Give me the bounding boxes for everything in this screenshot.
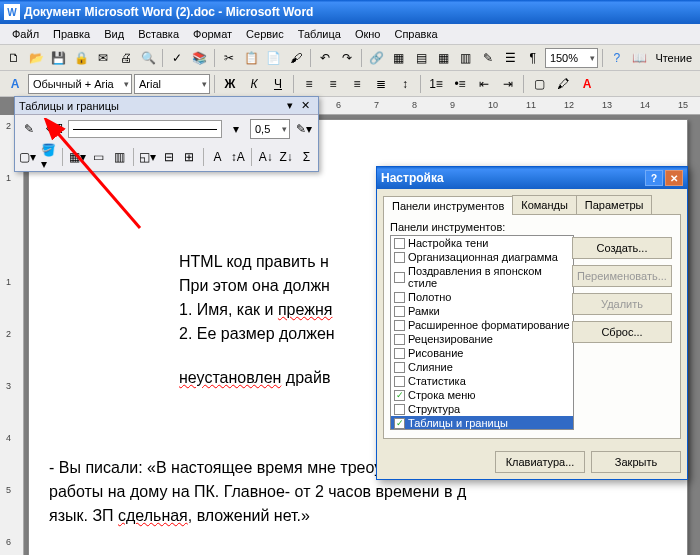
align-center-icon[interactable]: ≡ (322, 73, 344, 95)
outside-border-icon[interactable]: ▢▾ (18, 146, 37, 168)
redo-icon[interactable]: ↷ (337, 47, 357, 69)
help-icon[interactable]: ? (607, 47, 627, 69)
borders-icon[interactable]: ▢ (528, 73, 550, 95)
font-color-icon[interactable]: A (576, 73, 598, 95)
draw-table-icon[interactable]: ✎ (18, 118, 40, 140)
eraser-icon[interactable]: ⌫ (43, 118, 65, 140)
styles-icon[interactable]: A (4, 73, 26, 95)
create-button[interactable]: Создать... (572, 237, 672, 259)
insert-table-icon[interactable]: ▦▾ (68, 146, 87, 168)
cut-icon[interactable]: ✂ (219, 47, 239, 69)
list-item[interactable]: Организационная диаграмма (391, 250, 573, 264)
list-item[interactable]: Настройка тени (391, 236, 573, 250)
permission-icon[interactable]: 🔒 (71, 47, 91, 69)
checkbox-icon[interactable] (394, 320, 405, 331)
delete-button[interactable]: Удалить (572, 293, 672, 315)
align-right-icon[interactable]: ≡ (346, 73, 368, 95)
line-spacing-icon[interactable]: ↕ (394, 73, 416, 95)
mail-icon[interactable]: ✉ (93, 47, 113, 69)
checkbox-icon[interactable] (394, 292, 405, 303)
columns-icon[interactable]: ▥ (456, 47, 476, 69)
insert-table-icon[interactable]: ▤ (411, 47, 431, 69)
bullets-icon[interactable]: •≡ (449, 73, 471, 95)
checkbox-icon[interactable] (394, 306, 405, 317)
shading-color-icon[interactable]: 🪣▾ (40, 146, 57, 168)
bold-icon[interactable]: Ж (219, 73, 241, 95)
list-item[interactable]: Полотно (391, 290, 573, 304)
reading-icon[interactable]: 📖 (629, 47, 649, 69)
vertical-ruler[interactable]: 211234567 (0, 115, 24, 555)
list-item[interactable]: Рисование (391, 346, 573, 360)
showmarks-icon[interactable]: ¶ (523, 47, 543, 69)
list-item[interactable]: Расширенное форматирование (391, 318, 573, 332)
list-item[interactable]: Структура (391, 402, 573, 416)
list-item[interactable]: Слияние (391, 360, 573, 374)
list-item[interactable]: Статистика (391, 374, 573, 388)
checkbox-icon[interactable] (394, 362, 405, 373)
distribute-cols-icon[interactable]: ⊞ (181, 146, 198, 168)
close-button[interactable]: Закрыть (591, 451, 681, 473)
reading-label[interactable]: Чтение (651, 52, 696, 64)
checkbox-icon[interactable] (394, 348, 405, 359)
outdent-icon[interactable]: ⇤ (473, 73, 495, 95)
list-item[interactable]: ✓Таблицы и границы (391, 416, 573, 430)
line-weight-combo[interactable]: 0,5 (250, 119, 290, 139)
numbering-icon[interactable]: 1≡ (425, 73, 447, 95)
checkbox-icon[interactable] (394, 238, 405, 249)
font-combo[interactable]: Arial (134, 74, 210, 94)
menu-file[interactable]: Файл (6, 26, 45, 42)
floating-toolbar-options-icon[interactable]: ▾ (283, 99, 297, 112)
print-icon[interactable]: 🖨 (116, 47, 136, 69)
tab-toolbars[interactable]: Панели инструментов (383, 196, 513, 215)
indent-icon[interactable]: ⇥ (497, 73, 519, 95)
format-painter-icon[interactable]: 🖌 (286, 47, 306, 69)
tables-borders-icon[interactable]: ▦ (389, 47, 409, 69)
menu-edit[interactable]: Правка (47, 26, 96, 42)
checkbox-icon[interactable]: ✓ (394, 418, 405, 429)
menu-tools[interactable]: Сервис (240, 26, 290, 42)
list-item[interactable]: Рецензирование (391, 332, 573, 346)
reset-button[interactable]: Сброс... (572, 321, 672, 343)
new-doc-icon[interactable]: 🗋 (4, 47, 24, 69)
distribute-rows-icon[interactable]: ⊟ (160, 146, 177, 168)
menu-help[interactable]: Справка (388, 26, 443, 42)
split-cells-icon[interactable]: ▥ (110, 146, 127, 168)
menu-table[interactable]: Таблица (292, 26, 347, 42)
preview-icon[interactable]: 🔍 (138, 47, 158, 69)
checkbox-icon[interactable] (394, 404, 405, 415)
autoformat-icon[interactable]: A (209, 146, 226, 168)
excel-icon[interactable]: ▦ (433, 47, 453, 69)
open-icon[interactable]: 📂 (26, 47, 46, 69)
tables-borders-floating-toolbar[interactable]: Таблицы и границы ▾ ✕ ✎ ⌫ ▾ 0,5 ✎▾ ▢▾ 🪣▾… (14, 96, 319, 172)
docmap-icon[interactable]: ☰ (500, 47, 520, 69)
autosum-icon[interactable]: Σ (298, 146, 315, 168)
checkbox-icon[interactable] (394, 334, 405, 345)
save-icon[interactable]: 💾 (49, 47, 69, 69)
menu-insert[interactable]: Вставка (132, 26, 185, 42)
checkbox-icon[interactable]: ✓ (394, 390, 405, 401)
paste-icon[interactable]: 📄 (263, 47, 283, 69)
keyboard-button[interactable]: Клавиатура... (495, 451, 585, 473)
list-item[interactable]: ✓Строка меню (391, 388, 573, 402)
toolbars-listbox[interactable]: Настройка тениОрганизационная диаграммаП… (390, 235, 574, 430)
border-color-icon[interactable]: ✎▾ (293, 118, 315, 140)
spellcheck-icon[interactable]: ✓ (167, 47, 187, 69)
checkbox-icon[interactable] (394, 252, 405, 263)
align-left-icon[interactable]: ≡ (298, 73, 320, 95)
menu-format[interactable]: Формат (187, 26, 238, 42)
align-justify-icon[interactable]: ≣ (370, 73, 392, 95)
research-icon[interactable]: 📚 (189, 47, 209, 69)
undo-icon[interactable]: ↶ (315, 47, 335, 69)
drawing-icon[interactable]: ✎ (478, 47, 498, 69)
hyperlink-icon[interactable]: 🔗 (366, 47, 386, 69)
sort-asc-icon[interactable]: A↓ (257, 146, 274, 168)
list-item[interactable]: Поздравления в японском стиле (391, 264, 573, 290)
dialog-close-icon[interactable]: ✕ (665, 170, 683, 186)
italic-icon[interactable]: К (243, 73, 265, 95)
tab-options[interactable]: Параметры (576, 195, 653, 214)
merge-cells-icon[interactable]: ▭ (90, 146, 107, 168)
line-style-dropdown-icon[interactable]: ▾ (225, 118, 247, 140)
floating-toolbar-titlebar[interactable]: Таблицы и границы ▾ ✕ (15, 97, 318, 115)
tab-commands[interactable]: Команды (512, 195, 577, 214)
highlight-icon[interactable]: 🖍 (552, 73, 574, 95)
